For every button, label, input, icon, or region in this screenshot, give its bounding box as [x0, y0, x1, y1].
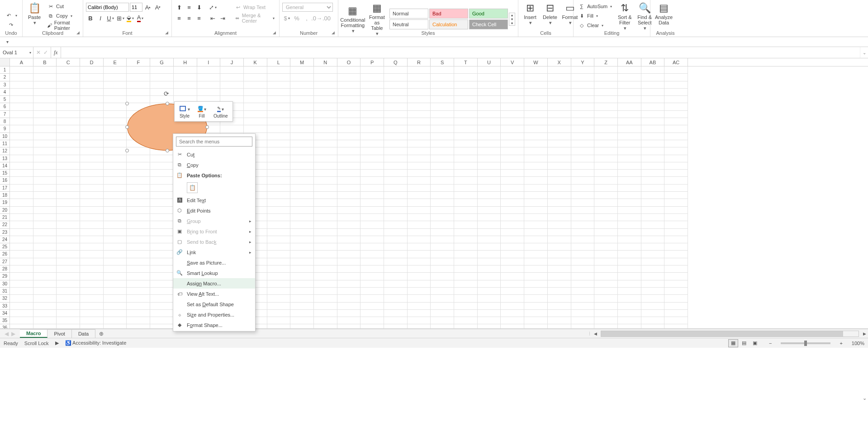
cell[interactable]	[150, 303, 174, 310]
cell[interactable]	[431, 96, 454, 103]
cell[interactable]	[267, 177, 291, 184]
cell[interactable]	[150, 295, 174, 302]
cell[interactable]	[267, 199, 291, 206]
cell[interactable]	[10, 214, 33, 221]
cell[interactable]	[594, 96, 618, 103]
cell[interactable]	[478, 273, 501, 280]
cell[interactable]	[501, 303, 524, 310]
cell[interactable]	[80, 96, 104, 103]
cell[interactable]	[10, 111, 33, 118]
cell[interactable]	[337, 236, 361, 243]
cell[interactable]	[33, 147, 57, 155]
cell[interactable]	[431, 199, 454, 206]
gallery-more-button[interactable]: ▾	[509, 21, 515, 25]
cell[interactable]	[150, 162, 174, 170]
cell[interactable]	[314, 103, 337, 110]
align-center-button[interactable]: ≡	[185, 14, 194, 23]
cell[interactable]	[57, 295, 80, 302]
row-header-14[interactable]: 14	[0, 162, 10, 170]
cell[interactable]	[33, 243, 57, 251]
horizontal-scrollbar[interactable]	[601, 331, 859, 337]
cell[interactable]	[501, 103, 524, 110]
cell[interactable]	[478, 229, 501, 236]
cell[interactable]	[454, 295, 478, 302]
cell[interactable]	[150, 258, 174, 265]
style-bad[interactable]: Bad	[429, 9, 468, 19]
cell[interactable]	[150, 96, 174, 103]
column-header-K[interactable]: K	[244, 58, 267, 66]
cell[interactable]	[641, 324, 665, 328]
cell[interactable]	[150, 310, 174, 317]
column-header-F[interactable]: F	[127, 58, 150, 66]
cell[interactable]	[290, 273, 314, 280]
cell[interactable]	[314, 133, 337, 140]
cell[interactable]	[10, 199, 33, 206]
cell[interactable]	[641, 74, 665, 81]
ctx-edit-points[interactable]: ⬡Edit Points	[173, 205, 255, 216]
cell[interactable]	[454, 155, 478, 162]
cell[interactable]	[267, 155, 291, 162]
cell[interactable]	[290, 288, 314, 295]
cell[interactable]	[337, 133, 361, 140]
column-header-H[interactable]: H	[174, 58, 197, 66]
cell[interactable]	[524, 74, 548, 81]
cell[interactable]	[57, 317, 80, 324]
cell[interactable]	[174, 66, 197, 74]
cell[interactable]	[57, 170, 80, 177]
style-check-cell[interactable]: Check Cell	[469, 19, 508, 29]
cell[interactable]	[641, 155, 665, 162]
cell[interactable]	[524, 243, 548, 251]
cell[interactable]	[80, 273, 104, 280]
cell[interactable]	[267, 81, 291, 89]
cell[interactable]	[524, 66, 548, 74]
cell[interactable]	[501, 317, 524, 324]
cell[interactable]	[548, 96, 571, 103]
cell[interactable]	[150, 81, 174, 89]
cell[interactable]	[384, 295, 408, 302]
cell[interactable]	[384, 221, 408, 228]
cell[interactable]	[384, 229, 408, 236]
cell[interactable]	[80, 317, 104, 324]
fx-label[interactable]: fx	[51, 47, 61, 58]
cell[interactable]	[360, 229, 384, 236]
cell[interactable]	[431, 103, 454, 110]
cell[interactable]	[290, 251, 314, 258]
cell[interactable]	[618, 258, 641, 265]
cell[interactable]	[618, 89, 641, 96]
cell[interactable]	[408, 221, 431, 228]
name-box-dropdown[interactable]: ▾	[29, 51, 31, 55]
cell[interactable]	[594, 177, 618, 184]
enter-formula-button[interactable]: ✓	[43, 49, 48, 56]
cell[interactable]	[290, 66, 314, 74]
cell[interactable]	[454, 74, 478, 81]
cell[interactable]	[314, 170, 337, 177]
ctx-save-picture[interactable]: Save as Picture...	[173, 257, 255, 268]
cell[interactable]	[150, 192, 174, 199]
cell[interactable]	[408, 170, 431, 177]
add-sheet-button[interactable]: ⊕	[95, 329, 107, 338]
cell[interactable]	[571, 229, 595, 236]
cell[interactable]	[408, 251, 431, 258]
cell[interactable]	[594, 185, 618, 192]
cell[interactable]	[80, 185, 104, 192]
cell[interactable]	[618, 155, 641, 162]
cell[interactable]	[664, 155, 688, 162]
cell[interactable]	[127, 199, 150, 206]
cell[interactable]	[408, 125, 431, 133]
cell[interactable]	[127, 288, 150, 295]
cell[interactable]	[150, 207, 174, 214]
cell[interactable]	[337, 317, 361, 324]
cell[interactable]	[594, 265, 618, 273]
cell[interactable]	[267, 147, 291, 155]
cell[interactable]	[384, 111, 408, 118]
cell[interactable]	[664, 207, 688, 214]
cell[interactable]	[524, 273, 548, 280]
cell[interactable]	[408, 111, 431, 118]
cell[interactable]	[360, 265, 384, 273]
cell[interactable]	[267, 185, 291, 192]
cell[interactable]	[150, 185, 174, 192]
cell[interactable]	[454, 303, 478, 310]
cell[interactable]	[267, 66, 291, 74]
cell[interactable]	[618, 103, 641, 110]
cell[interactable]	[127, 243, 150, 251]
